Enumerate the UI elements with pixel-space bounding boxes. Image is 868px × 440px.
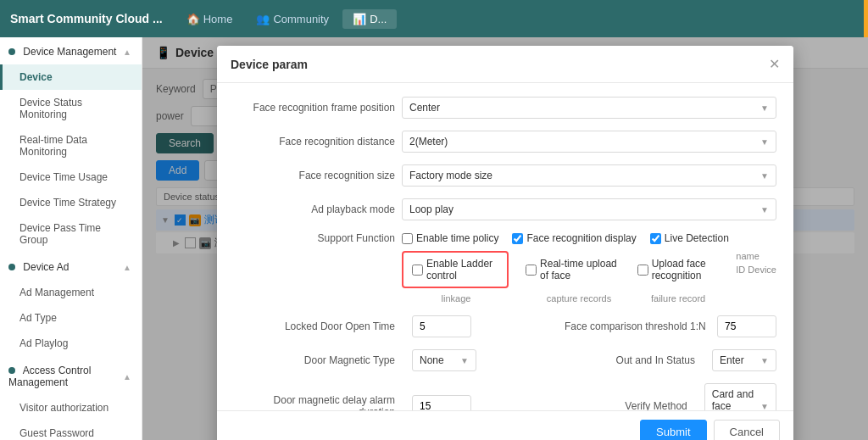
id-device-label: ID Device: [736, 265, 776, 275]
enable-time-policy-item[interactable]: Enable time policy: [402, 232, 498, 244]
ad-playback-label: Ad playback mode: [234, 203, 395, 215]
door-delay-label: Door magnetic delay alarm duration: [234, 394, 395, 410]
modal-close-button[interactable]: ✕: [769, 56, 780, 72]
enable-ladder-control-checkbox[interactable]: [412, 265, 423, 276]
sidebar-item-visitor-auth[interactable]: Visitor authorization: [0, 395, 142, 421]
modal-header: Device param ✕: [217, 46, 793, 83]
face-frame-position-row: Face recognition frame position Center ▼: [234, 97, 776, 119]
support-function-checkboxes: Enable time policy Face recognition disp…: [402, 232, 729, 244]
locked-door-input[interactable]: [412, 315, 471, 337]
chevron-down-icon: ▼: [760, 103, 769, 113]
out-in-status-select[interactable]: Enter ▼: [712, 349, 776, 371]
modal-title: Device param: [231, 58, 308, 71]
face-size-select[interactable]: Factory mode size ▼: [402, 164, 776, 187]
cancel-button[interactable]: Cancel: [714, 420, 780, 440]
name-id-labels: name ID Device: [736, 251, 776, 275]
sidebar-group-access-control[interactable]: Access Control Management ▲: [0, 356, 142, 395]
ladder-checkboxes-row: Enable Ladder control Real-time upload o…: [402, 251, 729, 288]
face-threshold-label: Face comparison threshold 1:N: [565, 320, 700, 332]
submit-button[interactable]: Submit: [640, 420, 706, 440]
sidebar-item-ad-type[interactable]: Ad Type: [0, 305, 142, 331]
face-distance-select[interactable]: 2(Meter) ▼: [402, 131, 776, 153]
modal-footer: Submit Cancel: [217, 410, 793, 440]
enable-ladder-control-item[interactable]: Enable Ladder control: [412, 258, 498, 281]
sidebar-item-ad-playlog[interactable]: Ad Playlog: [0, 331, 142, 356]
sidebar-item-device-time-strategy[interactable]: Device Time Strategy: [0, 190, 142, 215]
ad-playback-select[interactable]: Loop play ▼: [402, 198, 776, 220]
chevron-down-icon-3: ▼: [760, 171, 769, 181]
linkage-label: linkage: [405, 293, 507, 304]
face-size-row: Face recognition size Factory mode size …: [234, 164, 776, 187]
chevron-up-icon: ▲: [123, 47, 131, 57]
face-threshold-input[interactable]: [717, 315, 776, 337]
support-function-label: Support Function: [234, 232, 395, 244]
sidebar-group-device-management[interactable]: Device Management ▲: [0, 37, 142, 64]
upload-face-checkbox[interactable]: [637, 265, 648, 276]
sidebar-item-device-status[interactable]: Device Status Monitoring: [0, 90, 142, 127]
accent-bar: [864, 0, 868, 37]
locked-door-row: Locked Door Open Time Face comparison th…: [234, 315, 776, 337]
verify-method-select[interactable]: Card and face verification ▼: [704, 383, 776, 410]
enable-ladder-control-box: Enable Ladder control: [402, 251, 509, 288]
content-area: 📱 Device Keyword power Search Reset Add …: [142, 37, 868, 440]
ad-playback-row: Ad playback mode Loop play ▼: [234, 198, 776, 220]
live-detection-checkbox[interactable]: [650, 233, 661, 244]
chevron-down-icon-7: ▼: [760, 402, 769, 411]
nav-items: 🏠 Home 👥 Community 📊 D...: [176, 9, 858, 29]
face-distance-row: Face recognition distance 2(Meter) ▼: [234, 131, 776, 153]
face-recognition-display-item[interactable]: Face recognition display: [512, 232, 636, 244]
sub-labels-row: linkage capture records failure record: [402, 293, 729, 304]
nav-current[interactable]: 📊 D...: [342, 9, 397, 29]
door-delay-input[interactable]: [412, 395, 471, 410]
door-magnetic-select[interactable]: None ▼: [412, 349, 476, 371]
chevron-up-icon-ac: ▲: [123, 372, 131, 382]
locked-door-label: Locked Door Open Time: [234, 320, 395, 332]
capture-records-label: capture records: [524, 293, 634, 304]
nav-community[interactable]: 👥 Community: [246, 9, 339, 29]
group-dot: [8, 48, 15, 55]
chevron-down-icon-4: ▼: [760, 205, 769, 214]
upload-face-item[interactable]: Upload face recognition: [637, 258, 730, 281]
chevron-up-icon-ad: ▲: [123, 263, 131, 272]
sidebar-item-guest-password[interactable]: Guest Password: [0, 421, 142, 440]
sidebar-item-ad-management[interactable]: Ad Management: [0, 280, 142, 305]
name-label: name: [736, 251, 760, 261]
modal-body: Face recognition frame position Center ▼…: [217, 83, 793, 410]
ladder-control-content: Enable Ladder control Real-time upload o…: [402, 251, 729, 304]
face-recognition-display-checkbox[interactable]: [512, 233, 523, 244]
home-icon: 🏠: [186, 13, 200, 25]
real-time-upload-checkbox[interactable]: [526, 265, 537, 276]
nav-home[interactable]: 🏠 Home: [176, 9, 243, 29]
top-navigation: Smart Community Cloud ... 🏠 Home 👥 Commu…: [0, 0, 868, 37]
failure-record-label: failure record: [651, 293, 705, 304]
chevron-down-icon-2: ▼: [760, 137, 769, 147]
enable-time-policy-checkbox[interactable]: [402, 233, 413, 244]
chevron-down-icon-6: ▼: [760, 356, 769, 365]
real-time-upload-item[interactable]: Real-time upload of face: [526, 258, 620, 281]
face-frame-select[interactable]: Center ▼: [402, 97, 776, 119]
sidebar-item-device[interactable]: Device: [0, 64, 142, 90]
main-layout: Device Management ▲ Device Device Status…: [0, 37, 868, 440]
sidebar-item-realtime-data[interactable]: Real-time Data Monitoring: [0, 127, 142, 164]
live-detection-item[interactable]: Live Detection: [650, 232, 729, 244]
community-icon: 👥: [256, 13, 270, 25]
group-dot-ac: [8, 367, 15, 374]
door-delay-row: Door magnetic delay alarm duration Verif…: [234, 383, 776, 410]
chevron-down-icon-5: ▼: [460, 356, 469, 365]
current-page-icon: 📊: [353, 13, 366, 25]
sidebar-item-device-pass-time[interactable]: Device Pass Time Group: [0, 215, 142, 253]
face-frame-label: Face recognition frame position: [234, 102, 395, 114]
out-in-status-label: Out and In Status: [559, 354, 695, 366]
brand-title: Smart Community Cloud ...: [10, 12, 163, 25]
ladder-control-section: Enable Ladder control Real-time upload o…: [234, 251, 776, 304]
group-dot-ad: [8, 264, 15, 270]
face-distance-label: Face recognition distance: [234, 136, 395, 148]
support-function-row: Support Function Enable time policy Face…: [234, 232, 776, 244]
door-magnetic-type-row: Door Magnetic Type None ▼ Out and In Sta…: [234, 349, 776, 371]
sidebar-group-device-ad[interactable]: Device Ad ▲: [0, 253, 142, 280]
face-size-label: Face recognition size: [234, 170, 395, 181]
verify-method-label: Verify Method: [552, 400, 687, 410]
sidebar-item-device-time-usage[interactable]: Device Time Usage: [0, 164, 142, 190]
device-param-modal: Device param ✕ Face recognition frame po…: [217, 46, 793, 440]
modal-overlay: Device param ✕ Face recognition frame po…: [142, 37, 868, 440]
